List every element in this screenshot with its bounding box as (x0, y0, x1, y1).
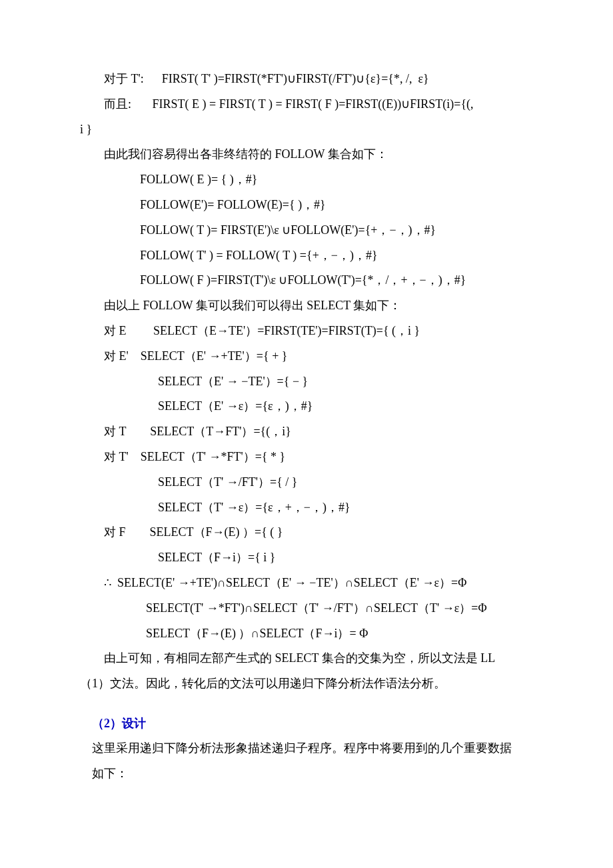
text-line: SELECT（T' →/FT'）={ / } (104, 470, 533, 495)
text-line: FOLLOW( F )=FIRST(T')\ε ∪FOLLOW(T')={*，/… (140, 268, 533, 293)
text-line: 由以上 FOLLOW 集可以我们可以得出 SELECT 集如下： (80, 293, 533, 319)
text-line: 由此我们容易得出各非终结符的 FOLLOW 集合如下： (80, 142, 533, 167)
text-line: 对于 T': FIRST( T' )=FIRST(*FT')∪FIRST(/FT… (80, 67, 533, 92)
text-line: 对 T' SELECT（T' →*FT'）={ * } (104, 445, 533, 470)
text-line: FOLLOW( T' ) = FOLLOW( T ) ={+，−，)，#} (140, 243, 533, 269)
text-line: 而且: FIRST( E ) = FIRST( T ) = FIRST( F )… (80, 92, 533, 117)
text-line: SELECT（F→i）={ i } (104, 545, 533, 571)
text-line: SELECT(T' →*FT')∩SELECT（T' →/FT'）∩SELECT… (104, 596, 533, 621)
text-line: FOLLOW(E')= FOLLOW(E)={ )，#} (140, 193, 533, 218)
text-line: i } (80, 117, 533, 143)
text-line: SELECT（F→(E) ）∩SELECT（F→i）= Φ (104, 621, 533, 647)
section-heading-design: （2）设计 (80, 711, 533, 737)
text-line: FOLLOW( T )= FIRST(E')\ε ∪FOLLOW(E')={+，… (140, 218, 533, 243)
text-line: ∴ SELECT(E' →+TE')∩SELECT（E' → −TE'）∩SEL… (104, 571, 533, 596)
text-line: （1）文法。因此，转化后的文法可以用递归下降分析法作语法分析。 (80, 671, 533, 697)
heading-text: （2）设计 (92, 717, 146, 730)
document-page: 对于 T': FIRST( T' )=FIRST(*FT')∪FIRST(/FT… (0, 0, 613, 853)
text-line: FOLLOW( E )= { )，#} (140, 167, 533, 193)
text-line: 对 T SELECT（T→FT'）={(，i} (104, 419, 533, 445)
text-line: 对 E SELECT（E→TE'）=FIRST(TE')=FIRST(T)={ … (104, 319, 533, 344)
text-line: 由上可知，有相同左部产生式的 SELECT 集合的交集为空，所以文法是 LL (80, 646, 533, 671)
text-line: SELECT（E' → −TE'）={ − } (104, 369, 533, 395)
text-line: SELECT（T' →ε）={ε，+，−，)，#} (104, 495, 533, 521)
follow-set-block: FOLLOW( E )= { )，#} FOLLOW(E')= FOLLOW(E… (80, 167, 533, 293)
text-line: 如下： (80, 761, 533, 787)
select-set-block: 对 E SELECT（E→TE'）=FIRST(TE')=FIRST(T)={ … (80, 319, 533, 646)
text-line: 对 F SELECT（F→(E) ）={ ( } (104, 520, 533, 545)
text-line: SELECT（E' →ε）={ε，)，#} (104, 394, 533, 419)
text-line: 对 E' SELECT（E' →+TE'）={ + } (104, 344, 533, 369)
text-line: 这里采用递归下降分析法形象描述递归子程序。程序中将要用到的几个重要数据 (80, 736, 533, 761)
